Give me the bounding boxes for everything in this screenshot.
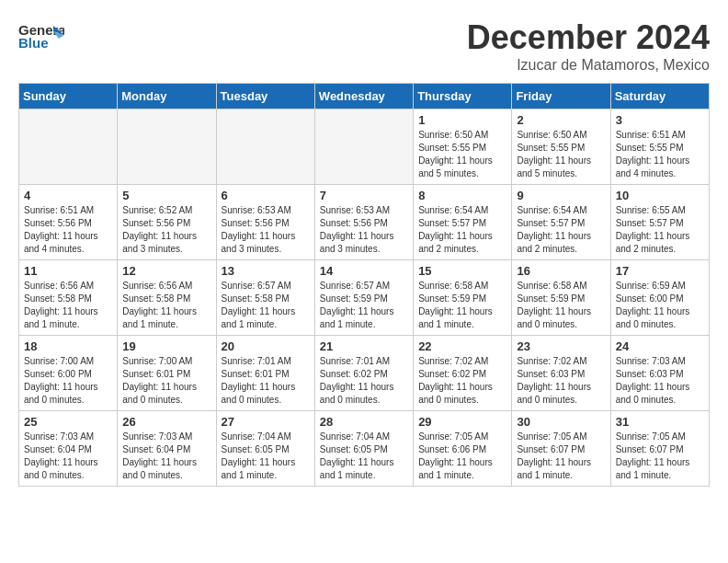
day-number: 11 — [24, 264, 112, 278]
daylight-text: Daylight: 11 hours and 1 minute. — [222, 456, 310, 482]
calendar-cell: 24 Sunrise: 7:03 AM Sunset: 6:03 PM Dayl… — [610, 336, 709, 411]
sunset-text: Sunset: 6:03 PM — [616, 368, 704, 381]
svg-text:Blue: Blue — [18, 35, 49, 51]
daylight-text: Daylight: 11 hours and 2 minutes. — [517, 230, 605, 256]
table-row: 25 Sunrise: 7:03 AM Sunset: 6:04 PM Dayl… — [19, 411, 710, 487]
logo-icon: General Blue — [18, 18, 64, 63]
sunrise-text: Sunrise: 6:51 AM — [616, 129, 704, 142]
sunset-text: Sunset: 5:58 PM — [24, 293, 112, 305]
col-thursday: Thursday — [414, 84, 512, 109]
daylight-text: Daylight: 11 hours and 0 minutes. — [616, 381, 704, 407]
calendar-cell: 9 Sunrise: 6:54 AM Sunset: 5:57 PM Dayli… — [512, 185, 610, 260]
day-number: 9 — [517, 189, 605, 202]
calendar-cell — [216, 109, 314, 185]
sunrise-text: Sunrise: 7:00 AM — [122, 355, 210, 368]
sunset-text: Sunset: 6:06 PM — [418, 443, 506, 456]
day-number: 6 — [222, 189, 310, 202]
day-number: 8 — [418, 189, 506, 202]
sunset-text: Sunset: 5:57 PM — [616, 217, 704, 230]
sunset-text: Sunset: 5:59 PM — [517, 293, 605, 305]
calendar-cell: 23 Sunrise: 7:02 AM Sunset: 6:03 PM Dayl… — [512, 336, 610, 411]
calendar-cell: 19 Sunrise: 7:00 AM Sunset: 6:01 PM Dayl… — [118, 336, 216, 411]
daylight-text: Daylight: 11 hours and 1 minute. — [122, 305, 210, 331]
calendar-cell: 21 Sunrise: 7:01 AM Sunset: 6:02 PM Dayl… — [314, 336, 413, 411]
calendar-cell: 6 Sunrise: 6:53 AM Sunset: 5:56 PM Dayli… — [216, 185, 314, 260]
day-info: Sunrise: 6:51 AM Sunset: 5:56 PM Dayligh… — [24, 204, 112, 256]
calendar-cell: 8 Sunrise: 6:54 AM Sunset: 5:57 PM Dayli… — [414, 185, 512, 260]
calendar-cell — [314, 109, 413, 185]
col-friday: Friday — [512, 84, 610, 109]
daylight-text: Daylight: 11 hours and 1 minute. — [24, 305, 112, 331]
calendar-cell: 16 Sunrise: 6:58 AM Sunset: 5:59 PM Dayl… — [512, 260, 610, 336]
sunrise-text: Sunrise: 6:52 AM — [122, 204, 210, 217]
sunrise-text: Sunrise: 6:59 AM — [616, 280, 704, 293]
sunset-text: Sunset: 5:59 PM — [418, 293, 506, 305]
day-info: Sunrise: 6:56 AM Sunset: 5:58 PM Dayligh… — [122, 280, 210, 331]
calendar-cell: 11 Sunrise: 6:56 AM Sunset: 5:58 PM Dayl… — [19, 260, 118, 336]
day-number: 23 — [517, 339, 605, 353]
day-info: Sunrise: 6:55 AM Sunset: 5:57 PM Dayligh… — [616, 204, 704, 256]
day-number: 21 — [320, 339, 408, 353]
daylight-text: Daylight: 11 hours and 1 minute. — [320, 456, 408, 482]
day-info: Sunrise: 6:50 AM Sunset: 5:55 PM Dayligh… — [418, 129, 506, 180]
table-row: 4 Sunrise: 6:51 AM Sunset: 5:56 PM Dayli… — [19, 185, 710, 260]
sunset-text: Sunset: 6:02 PM — [320, 368, 408, 381]
sunrise-text: Sunrise: 6:53 AM — [320, 204, 408, 217]
day-info: Sunrise: 6:50 AM Sunset: 5:55 PM Dayligh… — [517, 129, 605, 180]
sunset-text: Sunset: 5:57 PM — [418, 217, 506, 230]
sunrise-text: Sunrise: 7:03 AM — [122, 431, 210, 443]
sunset-text: Sunset: 5:57 PM — [517, 217, 605, 230]
sunrise-text: Sunrise: 7:03 AM — [24, 431, 112, 443]
sunrise-text: Sunrise: 6:54 AM — [418, 204, 506, 217]
sunrise-text: Sunrise: 6:57 AM — [222, 280, 310, 293]
day-number: 29 — [418, 415, 506, 429]
daylight-text: Daylight: 11 hours and 1 minute. — [517, 456, 605, 482]
sunset-text: Sunset: 5:55 PM — [517, 142, 605, 155]
day-number: 20 — [222, 339, 310, 353]
sunrise-text: Sunrise: 6:55 AM — [616, 204, 704, 217]
sunrise-text: Sunrise: 6:53 AM — [222, 204, 310, 217]
sunset-text: Sunset: 6:03 PM — [517, 368, 605, 381]
sunrise-text: Sunrise: 6:58 AM — [418, 280, 506, 293]
day-number: 31 — [616, 415, 704, 429]
sunset-text: Sunset: 5:56 PM — [122, 217, 210, 230]
sunset-text: Sunset: 5:56 PM — [24, 217, 112, 230]
sunset-text: Sunset: 5:56 PM — [222, 217, 310, 230]
sunset-text: Sunset: 6:01 PM — [222, 368, 310, 381]
sunset-text: Sunset: 6:05 PM — [222, 443, 310, 456]
day-number: 14 — [320, 264, 408, 278]
table-row: 18 Sunrise: 7:00 AM Sunset: 6:00 PM Dayl… — [19, 336, 710, 411]
sunset-text: Sunset: 5:56 PM — [320, 217, 408, 230]
day-info: Sunrise: 7:02 AM Sunset: 6:02 PM Dayligh… — [418, 355, 506, 407]
calendar-cell: 27 Sunrise: 7:04 AM Sunset: 6:05 PM Dayl… — [216, 411, 314, 487]
sunrise-text: Sunrise: 7:04 AM — [222, 431, 310, 443]
col-monday: Monday — [118, 84, 216, 109]
daylight-text: Daylight: 11 hours and 0 minutes. — [320, 381, 408, 407]
day-number: 12 — [122, 264, 210, 278]
sunrise-text: Sunrise: 7:01 AM — [320, 355, 408, 368]
calendar-cell — [118, 109, 216, 185]
calendar-cell: 2 Sunrise: 6:50 AM Sunset: 5:55 PM Dayli… — [512, 109, 610, 185]
daylight-text: Daylight: 11 hours and 0 minutes. — [517, 305, 605, 331]
sunrise-text: Sunrise: 6:50 AM — [418, 129, 506, 142]
day-info: Sunrise: 7:02 AM Sunset: 6:03 PM Dayligh… — [517, 355, 605, 407]
day-number: 1 — [418, 113, 506, 127]
logo: General Blue — [18, 18, 64, 63]
sunrise-text: Sunrise: 6:56 AM — [122, 280, 210, 293]
sunset-text: Sunset: 5:55 PM — [616, 142, 704, 155]
sunrise-text: Sunrise: 7:05 AM — [616, 431, 704, 443]
day-number: 22 — [418, 339, 506, 353]
day-info: Sunrise: 6:54 AM Sunset: 5:57 PM Dayligh… — [517, 204, 605, 256]
day-info: Sunrise: 7:00 AM Sunset: 6:01 PM Dayligh… — [122, 355, 210, 407]
day-info: Sunrise: 6:58 AM Sunset: 5:59 PM Dayligh… — [517, 280, 605, 331]
day-number: 25 — [24, 415, 112, 429]
daylight-text: Daylight: 11 hours and 1 minute. — [616, 456, 704, 482]
day-info: Sunrise: 6:56 AM Sunset: 5:58 PM Dayligh… — [24, 280, 112, 331]
calendar-cell: 12 Sunrise: 6:56 AM Sunset: 5:58 PM Dayl… — [118, 260, 216, 336]
sunset-text: Sunset: 5:58 PM — [122, 293, 210, 305]
day-info: Sunrise: 6:57 AM Sunset: 5:59 PM Dayligh… — [320, 280, 408, 331]
daylight-text: Daylight: 11 hours and 0 minutes. — [122, 381, 210, 407]
day-info: Sunrise: 7:04 AM Sunset: 6:05 PM Dayligh… — [320, 431, 408, 482]
day-number: 10 — [616, 189, 704, 202]
day-info: Sunrise: 6:53 AM Sunset: 5:56 PM Dayligh… — [222, 204, 310, 256]
